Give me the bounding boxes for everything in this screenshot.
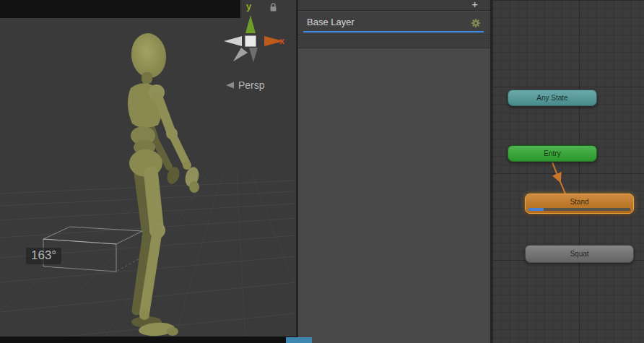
scene-view[interactable]: 163° y x Persp bbox=[0, 0, 296, 343]
layers-list-tail bbox=[298, 36, 490, 48]
layer-name: Base Layer bbox=[307, 17, 354, 27]
layer-settings-gear-icon[interactable] bbox=[471, 18, 481, 28]
state-node-label: Stand bbox=[570, 198, 588, 206]
state-playback-progress-track bbox=[528, 208, 630, 211]
transition-entry-to-stand[interactable] bbox=[552, 162, 565, 194]
state-node-label: Squat bbox=[570, 250, 588, 258]
add-layer-button[interactable]: + bbox=[471, 0, 478, 10]
gizmo-x-axis-label: x bbox=[279, 35, 284, 46]
persp-mode-toggle[interactable]: Persp bbox=[226, 79, 265, 91]
gizmo-axis-negy-cone[interactable] bbox=[249, 48, 258, 62]
persp-label: Persp bbox=[238, 79, 265, 91]
gizmo-center-cube[interactable] bbox=[245, 36, 256, 47]
scene-bottom-edge bbox=[0, 337, 296, 343]
state-node-label: Entry bbox=[544, 149, 560, 157]
layer-row-base-layer[interactable]: Base Layer bbox=[298, 11, 490, 35]
animator-state-graph[interactable]: Any State Entry Stand Squat bbox=[492, 0, 644, 343]
bottom-accent-bar bbox=[286, 337, 312, 343]
gizmo-axis-y-cone[interactable] bbox=[245, 15, 256, 33]
layers-header-bar: + bbox=[298, 0, 490, 11]
layer-weight-bar bbox=[303, 31, 484, 32]
state-node-stand[interactable]: Stand bbox=[525, 194, 634, 214]
state-node-label: Any State bbox=[536, 94, 567, 102]
scene-top-shade bbox=[0, 0, 240, 18]
state-node-entry[interactable]: Entry bbox=[508, 145, 597, 162]
gizmo-axis-z-cone[interactable] bbox=[233, 48, 248, 61]
unity-editor-window: 163° y x Persp bbox=[0, 0, 644, 343]
layers-panel-body bbox=[298, 49, 490, 343]
scene-orientation-gizmo[interactable] bbox=[217, 0, 296, 69]
gizmo-axis-negx-cone[interactable] bbox=[224, 36, 242, 46]
rotation-angle-label: 163° bbox=[26, 248, 61, 264]
state-playback-progress-fill bbox=[528, 208, 544, 211]
state-node-any-state[interactable]: Any State bbox=[508, 90, 597, 106]
animator-layers-panel: + Base Layer bbox=[298, 0, 490, 343]
lock-icon[interactable] bbox=[269, 2, 277, 12]
persp-cone-icon bbox=[226, 82, 235, 89]
state-node-squat[interactable]: Squat bbox=[525, 245, 634, 263]
gizmo-y-axis-label: y bbox=[246, 1, 251, 12]
